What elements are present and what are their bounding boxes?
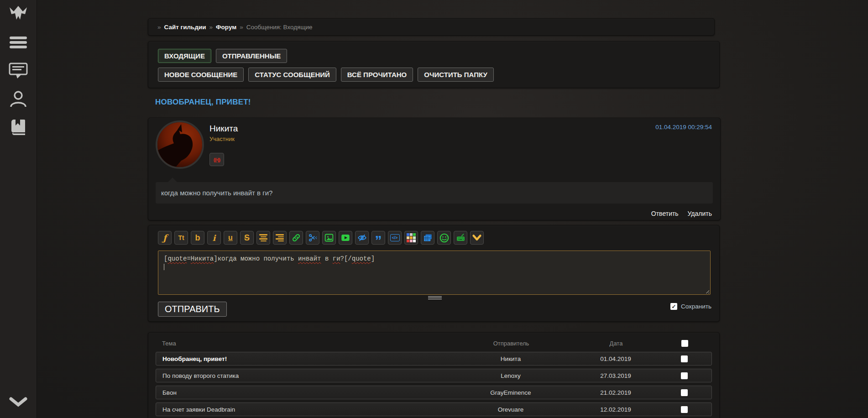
quote-icon[interactable]: ” (371, 231, 385, 245)
color-palette-icon[interactable] (404, 231, 418, 245)
message-actions: Ответить Удалить (644, 210, 712, 217)
message-card: Никита Участник ((•)) 01.04.2019 00:29:5… (148, 118, 721, 220)
table-icon[interactable] (421, 231, 434, 245)
video-icon[interactable] (339, 231, 352, 245)
save-option[interactable]: ✓ Сохранить (670, 303, 711, 310)
guild-logo-icon[interactable] (8, 4, 29, 25)
textarea-resize-handle[interactable] (428, 296, 442, 300)
sidebar (0, 0, 37, 418)
row-checkbox[interactable] (681, 389, 688, 396)
reply-link[interactable]: Ответить (651, 210, 679, 217)
row-sender: Никита (447, 355, 575, 362)
row-date: 27.03.2019 (575, 372, 657, 379)
action-buttons: НОВОЕ СООБЩЕНИЕ СТАТУС СООБЩЕНИЙ ВСЁ ПРО… (158, 68, 719, 82)
tab-inbox[interactable]: ВХОДЯЩИЕ (158, 49, 211, 63)
inbox-table: Тема Отправитель Дата Новобранец, привет… (148, 332, 720, 418)
table-header: Тема Отправитель Дата (156, 337, 712, 349)
bubble-tail (168, 178, 177, 182)
header-date: Дата (575, 340, 657, 347)
smiley-icon[interactable] (437, 231, 451, 245)
row-sender: GrayEminence (447, 389, 575, 396)
save-label: Сохранить (681, 303, 711, 310)
bold-icon[interactable]: b (191, 231, 204, 245)
reply-editor: ƒ Tt b i u S ” </> (148, 225, 720, 322)
keyboard-icon[interactable] (454, 231, 467, 245)
journal-icon[interactable] (8, 117, 29, 138)
strike-icon[interactable]: S (240, 231, 254, 245)
table-row[interactable]: Новобранец, привет! Никита 01.04.2019 (156, 352, 712, 366)
more-icon[interactable] (470, 231, 484, 245)
collapse-icon[interactable] (8, 392, 29, 413)
row-checkbox[interactable] (681, 355, 688, 362)
header-topic: Тема (156, 340, 447, 347)
textarea-line-2 (164, 263, 705, 271)
row-sender: Orevuare (447, 406, 575, 413)
breadcrumb-link-guild-site[interactable]: Сайт гильдии (164, 24, 206, 31)
bbcode-toolbar: ƒ Tt b i u S ” </> (158, 231, 484, 245)
row-date: 21.02.2019 (575, 389, 657, 396)
spoiler-eye-icon[interactable] (355, 231, 369, 245)
row-sender: Lenoxy (447, 372, 575, 379)
link-icon[interactable] (289, 231, 303, 245)
row-checkbox[interactable] (681, 372, 688, 379)
table-row[interactable]: По поводу второго статика Lenoxy 27.03.2… (156, 369, 712, 382)
message-author-rank: Участник (209, 136, 235, 142)
row-topic[interactable]: Новобранец, привет! (156, 355, 447, 362)
cut-icon[interactable] (306, 231, 319, 245)
row-checkbox[interactable] (681, 406, 688, 413)
italic-icon[interactable]: i (207, 231, 221, 245)
font-face-icon[interactable]: ƒ (158, 231, 172, 245)
menu-icon[interactable] (8, 32, 29, 53)
textarea-resize-corner[interactable] (705, 289, 709, 293)
mark-all-read-button[interactable]: ВСЁ ПРОЧИТАНО (341, 68, 413, 82)
new-message-button[interactable]: НОВОЕ СООБЩЕНИЕ (158, 68, 244, 82)
row-date: 12.02.2019 (575, 406, 657, 413)
table-row[interactable]: На счет заявки Deadbrain Orevuare 12.02.… (156, 402, 712, 416)
font-size-icon[interactable]: Tt (174, 231, 188, 245)
online-status-icon[interactable]: ((•)) (209, 153, 224, 166)
tab-sent[interactable]: ОТПРАВЛЕННЫЕ (216, 49, 287, 63)
delete-link[interactable]: Удалить (688, 210, 712, 217)
message-body: когда можно получить инвайт в ги? (156, 182, 713, 204)
mailbox-toolbar: ВХОДЯЩИЕ ОТПРАВЛЕННЫЕ НОВОЕ СООБЩЕНИЕ СТ… (148, 41, 720, 88)
message-date: 01.04.2019 00:29:54 (655, 124, 712, 131)
row-topic[interactable]: Бвон (156, 389, 447, 396)
table-row[interactable]: Бвон GrayEminence 21.02.2019 (156, 386, 712, 399)
header-sender: Отправитель (447, 340, 575, 347)
select-all-checkbox[interactable] (681, 340, 688, 347)
profile-icon[interactable] (8, 89, 29, 110)
breadcrumb-separator: » (157, 24, 161, 31)
page-title: НОВОБРАНЕЦ, ПРИВЕТ! (155, 98, 251, 107)
code-icon[interactable]: </> (388, 231, 402, 245)
message-status-button[interactable]: СТАТУС СООБЩЕНИЙ (248, 68, 336, 82)
row-topic[interactable]: По поводу второго статика (156, 372, 447, 379)
reply-textarea[interactable]: [quote=Никита]когда можно получить инвай… (158, 251, 711, 295)
breadcrumb-link-forum[interactable]: Форум (216, 24, 236, 31)
textarea-line-1: [quote=Никита]когда можно получить инвай… (164, 255, 705, 263)
message-author[interactable]: Никита (209, 124, 238, 134)
breadcrumb: » Сайт гильдии » Форум » Сообщения: Вход… (148, 18, 715, 36)
row-date: 01.04.2019 (575, 355, 657, 362)
forum-messages-page: » Сайт гильдии » Форум » Сообщения: Вход… (0, 0, 868, 418)
messages-icon[interactable] (8, 60, 29, 81)
image-icon[interactable] (322, 231, 336, 245)
breadcrumb-separator: » (240, 24, 243, 31)
align-center-icon[interactable] (256, 231, 270, 245)
folder-tabs: ВХОДЯЩИЕ ОТПРАВЛЕННЫЕ (158, 49, 719, 63)
underline-icon[interactable]: u (224, 231, 237, 245)
send-button[interactable]: ОТПРАВИТЬ (158, 302, 227, 317)
breadcrumb-current: Сообщения: Входящие (246, 24, 313, 31)
save-checkbox[interactable]: ✓ (670, 303, 677, 310)
align-right-icon[interactable] (273, 231, 287, 245)
text-caret (164, 264, 164, 270)
row-topic[interactable]: На счет заявки Deadbrain (156, 406, 447, 413)
breadcrumb-separator: » (209, 24, 213, 31)
clear-folder-button[interactable]: ОЧИСТИТЬ ПАПКУ (418, 68, 494, 82)
avatar[interactable] (156, 120, 204, 169)
